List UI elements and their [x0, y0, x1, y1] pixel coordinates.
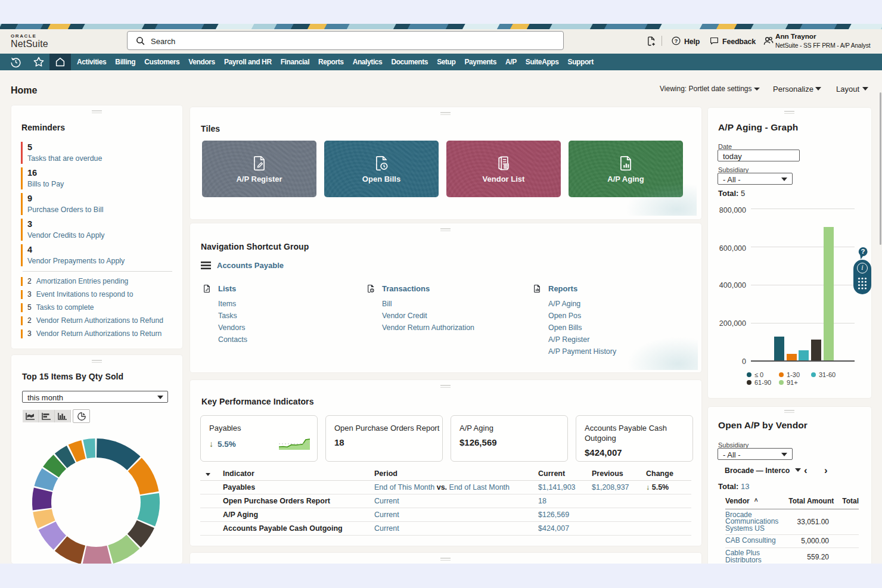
svg-text:?: ? [861, 248, 865, 255]
svg-text:?: ? [675, 38, 678, 44]
